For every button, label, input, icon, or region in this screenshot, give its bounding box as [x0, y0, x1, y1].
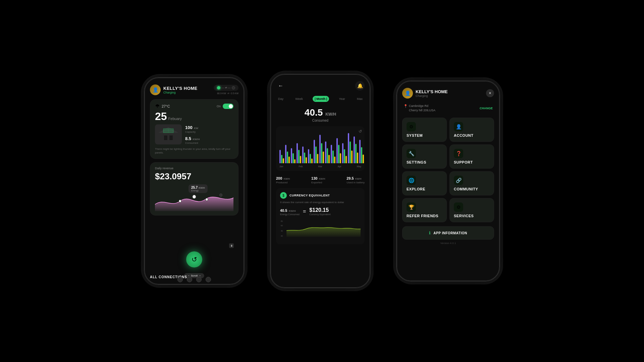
- menu-item-explore[interactable]: 🌐 EXPLORE: [402, 171, 447, 195]
- svg-point-7: [179, 200, 181, 202]
- phone1-title-text: KELLY'S HOME Charging: [163, 86, 198, 94]
- phone1-home-title: KELLY'S HOME: [163, 86, 198, 91]
- phone2-metrics: 200 KW/H Produced 130 KW/H Exported 29.5…: [276, 175, 365, 184]
- phone2-line-chart: 85 60 45 30: [280, 219, 361, 239]
- phone2-consumed-label: Consumed: [276, 119, 365, 122]
- phone3-address-text: Cambridge Rd Cherry hill 209,USA: [409, 104, 435, 112]
- phone1-refresh-button[interactable]: ↺: [186, 251, 202, 267]
- community-icon: 🔗: [454, 176, 463, 185]
- tab-month[interactable]: | Month |: [313, 96, 329, 102]
- phone1-battery-connector: ⇄: [214, 85, 238, 91]
- toggle-switch[interactable]: [223, 104, 233, 109]
- phone1-chart-area: 25.7 KW/H Energy: [155, 184, 233, 211]
- phone1-header: 👤 KELLY'S HOME Charging ⇄: [150, 84, 238, 95]
- settings-icon: 🔧: [407, 149, 416, 158]
- nav-dot-4[interactable]: [206, 277, 211, 282]
- phone1-weather-card: 🌩 27°C On 25 Febuary: [150, 99, 238, 159]
- phone3-close-button[interactable]: ×: [486, 89, 494, 97]
- energy-consumed-block: 40.5 KW/H Energy Consumed: [280, 207, 300, 216]
- services-icon: ⚙: [454, 202, 463, 212]
- weather-icon: 🌩: [155, 104, 160, 109]
- phone1-tooltip: 25.7 KW/H Energy: [189, 184, 208, 193]
- currency-title: CURRENCY EQUIVALENT: [289, 194, 330, 197]
- support-label: SUPPORT: [454, 160, 490, 164]
- phone2-back-button[interactable]: ←: [276, 81, 285, 90]
- avatar-icon: 👤: [153, 87, 158, 93]
- phone2-tabs: Day Week | Month | Year Max: [276, 96, 365, 102]
- phone1-revenue-card: Daily revenue $23.0957: [150, 162, 238, 216]
- phone3-change-button[interactable]: CHANGE: [480, 107, 493, 110]
- phone2-month-labels: Jan Feb Mar Apr May: [279, 165, 361, 168]
- phone1-revenue-value: $23.0957: [155, 171, 233, 182]
- currency-icon: $: [280, 192, 287, 199]
- phone1-day-number: 25: [155, 111, 167, 122]
- menu-item-services[interactable]: ⚙ SERVICES: [449, 198, 494, 222]
- svg-point-8: [192, 195, 196, 199]
- metric-battery: 29.5 KW/H Used in battery: [346, 175, 365, 184]
- support-icon: ❓: [454, 149, 463, 158]
- location-icon: 📍: [404, 104, 408, 108]
- tab-max[interactable]: Max: [355, 96, 365, 102]
- svg-point-10: [220, 194, 222, 196]
- community-label: COMMUNITY: [454, 187, 490, 191]
- nav-dot-3[interactable]: [196, 277, 202, 282]
- phone3-address: 📍 Cambridge Rd Cherry hill 209,USA CHANG…: [402, 104, 494, 112]
- phone1-frame: 👤 KELLY'S HOME Charging ⇄: [144, 77, 245, 285]
- phone3-address-left: 📍 Cambridge Rd Cherry hill 209,USA: [404, 104, 435, 112]
- phone1-stats-row: 80.9 KW ⇄ 0.5 KW: [217, 92, 238, 95]
- explore-icon: 🌐: [407, 176, 416, 185]
- menu-item-refer-friends[interactable]: 🏆 REFER FRIENDS: [402, 198, 447, 222]
- phone1-toggle[interactable]: On: [217, 104, 233, 109]
- nav-dot-2[interactable]: [187, 277, 192, 282]
- menu-item-account[interactable]: 👤 ACCOUNT: [449, 118, 494, 142]
- tab-year[interactable]: Year: [337, 96, 347, 102]
- phone1-house-stats: 100 KW Capacity 8.5 KW/H Consumed: [185, 124, 200, 144]
- connector-dot-inactive: [232, 86, 235, 89]
- phone3-home-title: KELLY'S HOME: [416, 89, 448, 94]
- account-label: ACCOUNT: [454, 133, 490, 137]
- phone1-weather-left: 🌩 27°C: [155, 104, 170, 109]
- menu-item-settings[interactable]: 🔧 SETTINGS: [402, 144, 447, 169]
- tab-day[interactable]: Day: [276, 96, 285, 102]
- phone3-title-area: 👤 KELLY'S HOME Charging: [402, 88, 448, 99]
- svg-text:60: 60: [281, 225, 283, 227]
- phone1-alert-text: There might be lighting thunder in your …: [155, 147, 233, 155]
- phone2-outer: ← 🔔 Day Week | Month | Year Max 40.5 KW/…: [267, 71, 373, 291]
- metric-exported: 130 KW/H Exported: [311, 175, 325, 184]
- phone3-frame: 👤 KELLY'S HOME Charging × 📍 Cambridge Rd: [396, 80, 500, 282]
- phone1-content: 👤 KELLY'S HOME Charging ⇄: [145, 78, 244, 284]
- phone1-date: 25 Febuary: [155, 111, 233, 122]
- phone1-house-image: [155, 124, 182, 144]
- phone3-outer: 👤 KELLY'S HOME Charging × 📍 Cambridge Rd: [393, 78, 503, 284]
- app-info-icon: ℹ: [429, 231, 431, 235]
- currency-equivalent-block: $120.15 Currency Equivalent: [309, 207, 330, 216]
- nav-dot-1[interactable]: [177, 277, 183, 282]
- svg-point-9: [206, 198, 208, 201]
- phone3-app-info-button[interactable]: ℹ APP INFORMATION: [402, 226, 494, 240]
- phone3-version: Version 4.0.1: [402, 242, 494, 245]
- phone1-nav-dots: [145, 277, 244, 282]
- menu-item-community[interactable]: 🔗 COMMUNITY: [449, 171, 494, 195]
- tab-week[interactable]: Week: [293, 96, 305, 102]
- phone2-currency-header: $ CURRENCY EQUIVALENT: [280, 192, 361, 199]
- pause-icon[interactable]: ⏸: [229, 243, 234, 248]
- phone2-bar-chart: [279, 130, 361, 163]
- phone1-capacity-stat: 100 KW Capacity: [185, 124, 200, 133]
- phone3-menu-grid: ⚙ SYSTEM 👤 ACCOUNT 🔧 SETTINGS ❓ SUPPORT: [402, 118, 494, 222]
- phone1-temperature: 27°C: [162, 104, 170, 108]
- phone2-refresh-icon[interactable]: ↺: [359, 129, 362, 134]
- system-icon: ⚙: [407, 122, 416, 131]
- menu-item-system[interactable]: ⚙ SYSTEM: [402, 118, 447, 142]
- menu-item-support[interactable]: ❓ SUPPORT: [449, 144, 494, 169]
- phone1-avatar: 👤: [150, 84, 161, 95]
- phone2-notification-button[interactable]: 🔔: [355, 81, 365, 90]
- phone2-chart-container: ↺: [276, 126, 365, 171]
- refer-friends-label: REFER FRIENDS: [407, 214, 442, 218]
- system-label: SYSTEM: [407, 133, 442, 137]
- services-label: SERVICES: [454, 214, 490, 218]
- app-info-label: APP INFORMATION: [433, 231, 467, 235]
- phone1-month: Febuary: [168, 117, 182, 121]
- connector-dot-active: [217, 86, 220, 89]
- phone1-charging-status: Charging: [163, 91, 198, 94]
- refer-friends-icon: 🏆: [407, 202, 416, 212]
